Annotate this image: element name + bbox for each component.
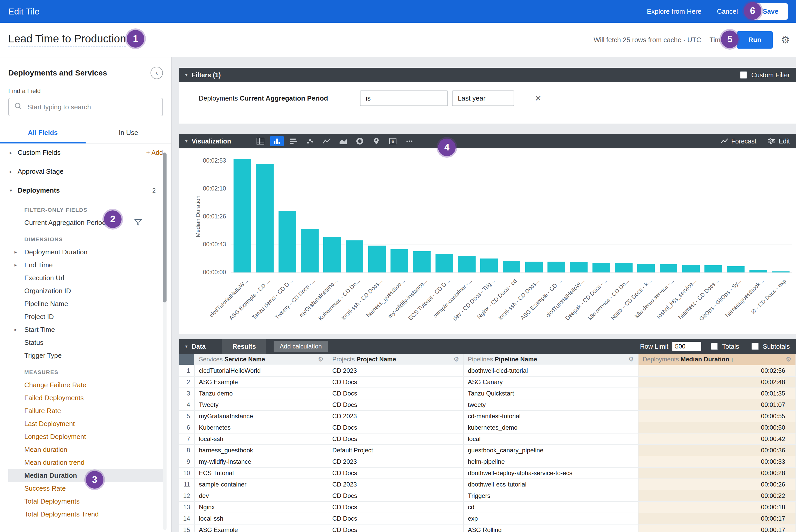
scrollbar-thumb[interactable] [163,153,167,302]
chart-bar[interactable] [749,270,767,272]
chart-bar[interactable] [660,264,677,272]
sidebar-field-current-aggregation-period[interactable]: Current Aggregation Period [8,216,164,229]
edit-viz-button[interactable]: Edit [768,137,790,145]
forecast-button[interactable]: Forecast [721,137,756,145]
table-row[interactable]: 2ASG ExampleCD DocsASG Canary00:02:48 [179,376,796,388]
tile-title-input[interactable]: Lead Time to Production [8,33,126,47]
sidebar-field-total-deployments-trend[interactable]: Total Deployments Trend [8,508,164,520]
chart-bar[interactable] [234,159,251,272]
sidebar-field-deployment-duration[interactable]: ▸Deployment Duration [8,246,164,259]
chart-bar[interactable] [346,241,363,272]
sidebar-field-failure-rate[interactable]: Failure Rate [8,404,164,417]
table-row[interactable]: 10ECS TutorialCD Docsdbothwell-deploy-al… [179,468,796,479]
subtotals-checkbox[interactable] [752,343,759,350]
sidebar-field-total-deployments[interactable]: Total Deployments [8,495,164,508]
table-row[interactable]: 14local-sshCD Docsexp00:00:17 [179,513,796,524]
cancel-link[interactable]: Cancel [717,7,738,16]
chart-bar[interactable] [436,254,453,272]
table-icon[interactable] [254,136,267,146]
chart-bar[interactable] [682,265,700,272]
field-search[interactable] [8,98,163,116]
run-button[interactable]: Run [737,31,773,49]
chart-bar[interactable] [301,229,319,272]
sidebar-field-success-rate[interactable]: Success Rate [8,482,164,495]
filter-funnel-icon[interactable] [134,219,142,228]
table-row[interactable]: 7local-sshCD Docslocal00:00:42 [179,433,796,444]
map-chart-icon[interactable] [370,136,383,146]
area-chart-icon[interactable] [336,136,350,146]
single-value-icon[interactable]: 6 [386,136,400,146]
sidebar-field-pipeline-name[interactable]: Pipeline Name [8,297,164,310]
column-gear-icon[interactable]: ⚙ [453,356,459,363]
table-row[interactable]: 15ASG ExampleCD DocsASG Rolling00:00:17 [179,524,796,532]
sidebar-scrollbar[interactable] [163,153,167,530]
table-row[interactable]: 9my-wildfly-instanceCD 2023helm-pipeline… [179,456,796,468]
sidebar-field-start-time[interactable]: ▸Start Time [8,323,164,336]
expand-caret-icon[interactable]: ▸ [15,262,17,268]
add-calculation-button[interactable]: Add calculation [274,341,328,352]
remove-filter-icon[interactable]: ✕ [535,94,541,103]
table-row[interactable]: 11sample-containerCD 2023dbothwell-ecs-t… [179,479,796,490]
add-custom-field-link[interactable]: + Add [146,149,163,156]
sort-desc-icon[interactable]: ↓ [731,356,734,363]
chart-bar[interactable] [772,271,790,272]
table-row[interactable]: 8harness_guestbookDefault Projectguestbo… [179,444,796,456]
expand-caret-icon[interactable]: ▸ [15,249,17,255]
chart-bar[interactable] [279,211,296,272]
chart-bar[interactable] [458,256,476,272]
column-header-service-name[interactable]: Services Service Name⚙ [195,354,328,365]
donut-chart-icon[interactable] [353,136,367,146]
column-gear-icon[interactable]: ⚙ [786,356,791,363]
line-chart-icon[interactable] [320,136,333,146]
table-row[interactable]: 3Tanzu demoCD DocsTanzu Quickstart00:01:… [179,388,796,399]
scatter-chart-icon[interactable] [303,136,317,146]
chart-bar[interactable] [368,246,386,272]
chart-bar[interactable] [704,265,722,272]
sidebar-field-change-failure-rate[interactable]: Change Failure Rate [8,378,164,392]
sidebar-field-longest-deployment[interactable]: Longest Deployment [8,430,164,443]
tab-in-use[interactable]: In Use [86,124,171,143]
chart-bar[interactable] [592,263,610,272]
section-deployments[interactable]: ▾ Deployments 2 [0,181,171,200]
column-header-median-duration[interactable]: Deployments Median Duration↓⚙ [638,354,796,365]
table-row[interactable]: 4TweetyCD Docstweety00:01:07 [179,399,796,411]
chart-bar[interactable] [570,262,588,272]
explore-from-here-link[interactable]: Explore from Here [647,7,701,16]
custom-filter-checkbox[interactable] [740,71,747,79]
sidebar-field-status[interactable]: Status [8,336,164,349]
column-gear-icon[interactable]: ⚙ [628,356,634,363]
sidebar-field-mean-duration[interactable]: Mean duration [8,443,164,456]
sidebar-field-execution-url[interactable]: Execution Url [8,271,164,284]
row-limit-input[interactable] [672,342,701,351]
tab-all-fields[interactable]: All Fields [0,124,86,144]
chart-bar[interactable] [637,264,655,272]
collapse-filters-icon[interactable]: ▾ [185,72,187,78]
expand-caret-icon[interactable]: ▸ [15,327,17,332]
chart-bar[interactable] [323,237,341,272]
table-row[interactable]: 5myGrafanaInstanceCD 2023cd-manifest-tut… [179,411,796,422]
sidebar-field-trigger-type[interactable]: Trigger Type [8,349,164,362]
chart-bar[interactable] [413,251,430,272]
chart-bar[interactable] [727,266,744,272]
section-custom-fields[interactable]: ▸ Custom Fields + Add [0,144,171,162]
sidebar-field-failed-deployments[interactable]: Failed Deployments [8,392,164,404]
sidebar-field-last-deployment[interactable]: Last Deployment [8,417,164,430]
chart-bar[interactable] [480,259,498,272]
filter-operator-select[interactable]: is [360,91,448,106]
section-approval-stage[interactable]: ▸ Approval Stage [0,162,171,181]
sidebar-field-project-id[interactable]: Project ID [8,310,164,323]
table-row[interactable]: 13NginxCD Docscd00:00:18 [179,501,796,513]
sidebar-field-end-time[interactable]: ▸End Time [8,259,164,271]
chart-bar[interactable] [256,164,274,272]
filter-value-input[interactable]: Last year [452,91,514,106]
chart-bar[interactable] [548,262,565,272]
bar-chart-icon[interactable] [287,136,300,146]
collapse-data-icon[interactable]: ▾ [185,344,187,349]
table-row[interactable]: 12devCD DocsTriggers00:00:22 [179,490,796,501]
column-header-project-name[interactable]: Projects Project Name⚙ [328,354,463,365]
chart-bar[interactable] [503,261,520,272]
more-icon[interactable] [403,136,416,146]
chart-bar[interactable] [390,249,408,272]
column-gear-icon[interactable]: ⚙ [318,356,323,363]
totals-checkbox[interactable] [711,343,718,350]
